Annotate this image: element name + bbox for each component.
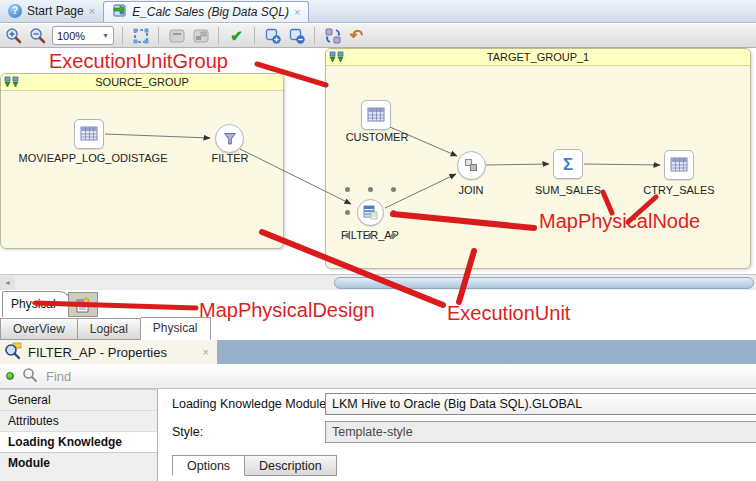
new-design-button[interactable] — [68, 292, 98, 317]
tab-mapping-label: E_Calc Sales (Big Data SQL) — [132, 5, 289, 19]
source-group-header[interactable]: SOURCE_GROUP — [1, 74, 283, 91]
mapping-icon — [112, 3, 127, 21]
selection-handle[interactable] — [391, 233, 396, 238]
tab-start-page-label: Start Page — [27, 4, 84, 18]
selection-handle[interactable] — [345, 210, 350, 215]
tab-logical[interactable]: Logical — [78, 318, 141, 340]
close-icon[interactable]: × — [89, 6, 95, 16]
group-arrows-icon — [4, 76, 20, 93]
node-customer[interactable] — [361, 100, 391, 130]
tab-filter-ap-properties[interactable]: FILTER_AP - Properties × — [0, 340, 218, 364]
filter-funnel-icon — [222, 131, 238, 147]
properties-inspector-icon — [4, 342, 22, 363]
tab-start-page[interactable]: ? Start Page × — [0, 0, 103, 22]
nav-item-attributes[interactable]: Attributes — [0, 411, 157, 432]
target-group-title: TARGET_GROUP_1 — [487, 51, 590, 63]
datastore-table-icon — [367, 107, 385, 123]
node-filter-ap[interactable] — [357, 199, 384, 226]
odi-studio-window: ? Start Page × E_Calc Sales (Big Data SQ… — [0, 0, 756, 481]
close-icon[interactable]: × — [294, 7, 300, 17]
tab-overview[interactable]: OverView — [0, 318, 78, 340]
design-tab-row: Physical — [0, 290, 756, 317]
lkm-select[interactable]: LKM Hive to Oracle (Big Data SQL).GLOBAL — [325, 393, 756, 415]
toolbar-separator — [314, 27, 315, 44]
node-join[interactable] — [457, 151, 486, 180]
expand-all-icon[interactable] — [263, 26, 282, 45]
style-field: Template-style — [325, 421, 756, 443]
node-label: SUM_SALES — [528, 184, 608, 196]
new-design-icon — [74, 296, 92, 314]
fit-selection-icon[interactable] — [131, 26, 150, 45]
toolbar-separator — [254, 27, 255, 44]
horizontal-scrollbar[interactable]: ◄ — [0, 274, 756, 290]
source-group-title: SOURCE_GROUP — [95, 76, 189, 88]
validate-check-icon[interactable]: ✔ — [227, 26, 246, 45]
collapse-node-icon-disabled — [167, 26, 186, 45]
node-movieapp-log-odistage[interactable] — [74, 119, 104, 149]
tab-physical[interactable]: Physical — [141, 317, 211, 340]
properties-tab-strip: FILTER_AP - Properties × — [0, 340, 756, 364]
document-tabbar: ? Start Page × E_Calc Sales (Big Data SQ… — [0, 0, 756, 23]
chevron-down-icon: ▼ — [102, 32, 109, 39]
style-field-label: Style: — [172, 425, 203, 439]
view-tabs: OverView Logical Physical — [0, 317, 756, 340]
find-input[interactable] — [46, 369, 346, 384]
aggregate-sigma-icon: Σ — [563, 156, 573, 173]
tab-mapping[interactable]: E_Calc Sales (Big Data SQL) × — [103, 1, 309, 22]
expand-node-icon-disabled — [191, 26, 210, 45]
scrollbar-thumb[interactable] — [334, 277, 754, 289]
tab-physical-design[interactable]: Physical — [2, 291, 71, 317]
toolbar-separator — [158, 27, 159, 44]
properties-nav: General Attributes Loading Knowledge Mod… — [0, 389, 158, 481]
node-ctry-sales[interactable] — [664, 150, 694, 180]
zoom-out-icon[interactable] — [28, 26, 47, 45]
node-sum-sales[interactable]: Σ — [553, 149, 583, 179]
collapse-all-icon[interactable] — [287, 26, 306, 45]
node-label: JOIN — [441, 184, 501, 196]
join-icon — [464, 158, 479, 173]
node-filter[interactable] — [215, 124, 244, 153]
find-bar — [0, 364, 756, 389]
undo-icon[interactable]: ↶ — [347, 26, 366, 45]
close-icon[interactable]: × — [203, 347, 209, 357]
lkm-subtabs: Options Description — [172, 455, 337, 476]
target-group-header[interactable]: TARGET_GROUP_1 — [326, 49, 750, 66]
toolbar-separator — [122, 27, 123, 44]
group-arrows-icon — [329, 51, 345, 68]
status-dot-icon — [6, 372, 14, 380]
selection-handle[interactable] — [391, 187, 396, 192]
access-point-icon — [363, 205, 378, 220]
node-label: MOVIEAPP_LOG_ODISTAGE — [14, 152, 172, 164]
selection-handle[interactable] — [391, 210, 396, 215]
properties-tab-title: FILTER_AP - Properties — [28, 345, 167, 360]
diagram-toolbar: 100% ▼ ✔ ↶ — [0, 24, 756, 48]
scroll-left-icon[interactable]: ◄ — [0, 276, 15, 290]
selection-handle[interactable] — [345, 187, 350, 192]
nav-item-loading-knowledge-module[interactable]: Loading Knowledge Module — [0, 432, 157, 453]
zoom-level-value: 100% — [57, 30, 85, 42]
toolbar-separator — [218, 27, 219, 44]
selection-handle[interactable] — [345, 233, 350, 238]
selection-handle[interactable] — [368, 187, 373, 192]
help-icon: ? — [8, 4, 22, 18]
nav-item-general[interactable]: General — [0, 390, 157, 411]
node-label: FILTER — [200, 152, 260, 164]
node-label: CTRY_SALES — [639, 184, 719, 196]
zoom-in-icon[interactable] — [4, 26, 23, 45]
zoom-level-combo[interactable]: 100% ▼ — [52, 26, 114, 45]
datastore-table-icon — [670, 157, 688, 173]
search-icon — [22, 367, 38, 386]
node-label: CUSTOMER — [337, 131, 417, 143]
tab-options[interactable]: Options — [172, 455, 245, 476]
selection-handle[interactable] — [368, 233, 373, 238]
properties-panel: General Attributes Loading Knowledge Mod… — [0, 389, 756, 481]
synchronize-icon[interactable] — [323, 26, 342, 45]
lkm-field-label: Loading Knowledge Module: — [172, 397, 330, 411]
tab-description[interactable]: Description — [245, 455, 337, 476]
datastore-table-icon — [80, 126, 98, 142]
